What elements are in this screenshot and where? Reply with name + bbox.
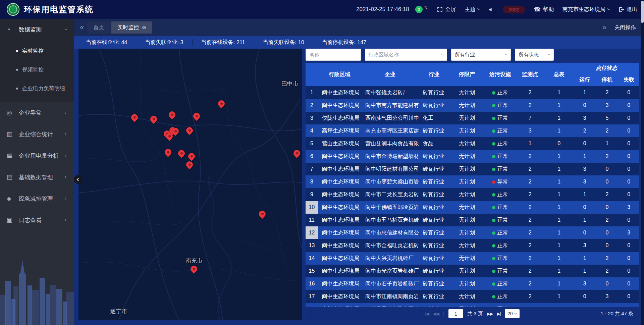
sidebar-group: ◎企业异常 [0, 102, 74, 123]
tabs-scroll-left-button[interactable]: « [76, 23, 87, 32]
help-button[interactable]: ☎ 帮助 [534, 6, 554, 13]
sidebar-subitem[interactable]: 视频监控 [0, 60, 74, 79]
mute-button[interactable] [488, 7, 494, 12]
chevron-left-icon [65, 219, 67, 221]
table-row[interactable]: 12阆中生态环境局阆中市忠信建材有限公砖瓦行业无计划正常21003 [306, 226, 639, 239]
map-pin-icon [192, 111, 201, 120]
cell-points: 2 [516, 150, 545, 163]
cell-company: 阆中市二龙长宝页岩砖 [361, 188, 419, 201]
theme-dropdown[interactable]: 主题 [465, 6, 480, 13]
stats-bar: 当前在线企业:44当前失联企业:3当前在线设备:211当前失联设备:10当前停机… [74, 36, 644, 49]
cell-stop: 2 [596, 252, 619, 265]
column-header-company: 企业 [361, 63, 419, 86]
sidebar-subitem[interactable]: 企业电力负荷明细 [0, 79, 74, 98]
tab-home[interactable]: 首页 [87, 21, 110, 34]
table-row[interactable]: 9阆中生态环境局阆中市二龙长宝页岩砖砖瓦行业无计划正常21120 [306, 188, 639, 201]
tabs-scroll-right-button[interactable]: » [599, 23, 610, 32]
sidebar-item[interactable]: ▦企业用电量分析 [0, 145, 74, 166]
sidebar-subitem[interactable]: 实时监控 [0, 42, 74, 60]
map-panel[interactable]: 巴中市南充市遂宁市 [78, 49, 302, 320]
map-pin[interactable] [150, 116, 157, 122]
table-row[interactable]: 7阆中生态环境局阆中明阳建材有限公司砖瓦行业无计划正常21300 [306, 163, 639, 175]
table-row[interactable]: 13阆中生态环境局阆中市金福旺页岩机砖砖瓦行业无计划正常21300 [306, 239, 639, 252]
cell-index: 5 [306, 137, 318, 150]
cell-run: 3 [574, 277, 596, 290]
table-row[interactable]: 17阆中生态环境局阆中市江南镇阆南页岩砖瓦行业无计划正常21030 [306, 290, 639, 303]
map-pin[interactable] [259, 211, 266, 217]
sidebar-item[interactable]: ◈应急减排管理 [0, 188, 74, 209]
map-pin[interactable] [186, 127, 193, 134]
map-pin[interactable] [193, 113, 200, 119]
sidebar-item[interactable]: ◔数据监测 [0, 19, 74, 40]
prev-page-button[interactable]: ◀◀ [433, 311, 439, 316]
table-row[interactable]: 2阆中生态环境局阆中市南方节能建材有砖瓦行业无计划正常21030 [306, 99, 639, 112]
map-pin[interactable] [172, 128, 179, 134]
table-row[interactable]: 14阆中生态环境局阆中大兴页岩机砖厂砖瓦行业无计划正常21120 [306, 252, 639, 265]
cell-points: 3 [516, 124, 545, 137]
table-row[interactable]: 16阆中生态环境局阆中市石子页岩机砖厂砖瓦行业无计划正常21300 [306, 277, 639, 290]
table-row[interactable]: 15阆中生态环境局阆中市光富页岩机砖厂砖瓦行业无计划正常21120 [306, 265, 639, 277]
cell-meter: 1 [544, 163, 574, 175]
map-pin[interactable] [186, 161, 193, 168]
alert-count-badge[interactable]: 2632 [503, 6, 525, 13]
map-pin[interactable] [293, 150, 300, 157]
stat-value: 44 [121, 40, 127, 46]
page-number-input[interactable] [448, 309, 463, 318]
sidebar-item[interactable]: ▣日志查看 [0, 209, 74, 231]
fullscreen-button[interactable]: 全屏 [437, 6, 456, 13]
map-pin[interactable] [191, 266, 197, 272]
cell-meter: 1 [544, 150, 574, 163]
logout-button[interactable]: 退出 [619, 6, 637, 13]
cell-industry: 砖瓦行业 [419, 290, 449, 303]
table-row[interactable]: 4高坪生态环境局南充市高坪区王家店建砖瓦行业无计划正常31220 [306, 124, 639, 137]
cell-points: 2 [516, 99, 545, 112]
chevron-left-icon [76, 178, 80, 181]
map-pin[interactable] [169, 111, 175, 118]
sidebar-item[interactable]: ▥企业综合统计 [0, 123, 74, 145]
next-page-button[interactable]: ▶▶ [487, 311, 493, 316]
sidebar-item[interactable]: ▤基础数据管理 [0, 166, 74, 188]
org-dropdown[interactable]: 南充市生态环境局 [562, 6, 610, 13]
page-scrollbar[interactable] [641, 0, 644, 325]
region-filter-select[interactable]: 行政区域名称 [365, 49, 447, 61]
map-pin[interactable] [188, 153, 195, 160]
industry-filter-select[interactable]: 所有行业 [451, 49, 511, 61]
sidebar: ◔数据监测实时监控视频监控企业电力负荷明细◎企业异常▥企业综合统计▦企业用电量分… [0, 19, 74, 325]
table-row[interactable]: 11阆中生态环境局阆中市五马桥页岩机砖砖瓦行业无计划正常21120 [306, 214, 639, 226]
cell-facility: 正常 [484, 226, 516, 239]
sidebar-item[interactable]: ◎企业异常 [0, 102, 74, 123]
cell-meter: 1 [544, 265, 574, 277]
table-row[interactable]: 5营山生态环境局营山县润丰肉食品有限食品无计划正常10010 [306, 137, 639, 150]
table-row[interactable]: 8阆中生态环境局阆中市枣碧大梁山页岩砖瓦行业无计划异常21300 [306, 175, 639, 188]
close-operations-button[interactable]: 关闭操作 [614, 24, 636, 31]
table-row[interactable]: 18南部生态环境局南部县双佳土陶有限公建材(土无计划正常21000 [306, 303, 639, 307]
table-row[interactable]: 6阆中生态环境局阆中市金博瑞新型墙材砖瓦行业无计划正常21120 [306, 150, 639, 163]
map-collapse-toggle[interactable] [74, 175, 83, 184]
cell-facility: 正常 [484, 150, 516, 163]
scrollbar-thumb[interactable] [641, 1, 644, 23]
table-row[interactable]: 10阆中生态环境局阆中千佛镇五郎垭页岩砖瓦行业无计划正常21003 [306, 201, 639, 214]
cell-industry: 砖瓦行业 [419, 99, 449, 112]
map-pin-icon [185, 126, 194, 135]
tab-realtime-monitor[interactable]: 实时监控 ⊗ [111, 21, 152, 34]
close-tab-icon[interactable]: ⊗ [142, 24, 146, 31]
last-page-button[interactable]: ▶| [497, 311, 501, 316]
name-filter-input[interactable] [306, 49, 361, 61]
table-row[interactable]: 1阆中生态环境局阆中强锐页岩砖厂砖瓦行业无计划正常21120 [306, 86, 639, 99]
first-page-button[interactable]: |◀ [425, 311, 429, 316]
main-area: « 首页 实时监控 ⊗ » 关闭操作 当前在线企业:44当前失联企业:3当前在线… [74, 19, 644, 325]
map-pin[interactable] [131, 114, 138, 121]
cell-stop: 0 [596, 239, 619, 252]
sidebar-submenu: 实时监控视频监控企业电力负荷明细 [0, 40, 74, 102]
map-pin[interactable] [165, 149, 171, 156]
map-pin[interactable] [178, 150, 185, 157]
cell-stop: 0 [596, 277, 619, 290]
cell-lost: 0 [618, 277, 639, 290]
map-pin-icon [187, 152, 196, 161]
table-row[interactable]: 3仪陇生态环境局西南油气田分公司川中化工无计划正常71350 [306, 112, 639, 124]
table-body: 1阆中生态环境局阆中强锐页岩砖厂砖瓦行业无计划正常211202阆中生态环境局阆中… [306, 86, 639, 307]
cell-run: 0 [574, 137, 596, 150]
map-pin[interactable] [218, 100, 225, 107]
status-filter-select[interactable]: 所有状态 [515, 49, 554, 61]
page-size-select[interactable]: 20 [505, 309, 520, 318]
